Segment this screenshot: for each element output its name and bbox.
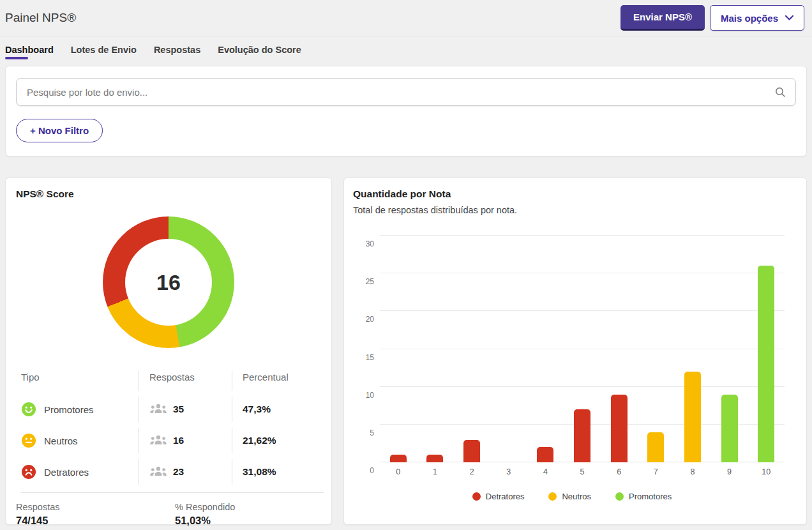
responses-value: 74/145 (16, 515, 175, 527)
x-axis-labels: 012345678910 (380, 467, 785, 476)
header-actions: Enviar NPS® Mais opções (620, 5, 804, 31)
table-row: Promotores 35 47,3% (6, 397, 331, 422)
tab-respostas[interactable]: Respostas (154, 43, 200, 60)
x-tick-text: 2 (470, 467, 474, 476)
table-row: Neutros 16 21,62% (6, 428, 331, 453)
more-options-label: Mais opções (721, 13, 778, 24)
y-axis-tick: 30 (366, 239, 374, 248)
type-label: Detratores (44, 467, 89, 478)
score-distribution-card: Quantidade por Nota Total de respostas d… (343, 178, 807, 525)
x-tick-text: 8 (690, 467, 695, 476)
chart-card-subtitle: Total de respostas distribuídas por nota… (353, 205, 791, 215)
bar-slot-3 (490, 236, 527, 462)
chart-legend: DetratoresNeutrosPromotores (353, 492, 791, 501)
more-options-button[interactable]: Mais opções (710, 5, 804, 31)
x-tick-text: 9 (727, 467, 732, 476)
bar-nota-9 (721, 395, 738, 463)
legend-item-neutros: Neutros (548, 492, 591, 501)
nps-card-footer: Respostas 74/145 % Respondido 51,03% (6, 493, 331, 527)
send-nps-button[interactable]: Enviar NPS® (620, 5, 705, 31)
percent-value: 47,3% (243, 404, 271, 415)
x-axis-label: 7 (637, 467, 674, 476)
type-label: Neutros (44, 435, 78, 446)
bar-slot-4 (527, 236, 564, 462)
tab-label: Lotes de Envio (71, 45, 137, 55)
nps-card-title: NPS® Score (16, 188, 331, 200)
x-axis-label: 1 (417, 467, 454, 476)
search-box[interactable] (16, 78, 796, 106)
x-axis-label: 4 (527, 467, 564, 476)
donut-hole: 16 (125, 239, 212, 326)
type-label: Promotores (44, 404, 94, 415)
filter-card: + Novo Filtro (5, 66, 807, 156)
bars-area (380, 236, 785, 462)
tab-label: Dashboard (5, 45, 54, 55)
nps-score-value: 16 (156, 270, 181, 295)
tab-bar: DashboardLotes de EnvioRespostasEvolução… (0, 36, 812, 60)
legend-label: Promotores (629, 492, 672, 501)
tab-label: Evolução do Score (218, 45, 301, 55)
table-header-row: Tipo Respostas Percentual (6, 371, 331, 391)
percent-value: 31,08% (243, 466, 276, 478)
answered-label: % Respondido (175, 502, 331, 512)
active-tab-underline (5, 57, 28, 59)
dashboard-cards-row: NPS® Score 16 Tipo Respostas Percentual … (5, 178, 807, 525)
people-icon (149, 466, 167, 478)
tab-label: Respostas (154, 45, 200, 55)
legend-item-promotores: Promotores (615, 492, 672, 501)
x-tick-text: 1 (433, 467, 437, 476)
donut-wrap: 16 (6, 216, 331, 348)
search-input[interactable] (16, 78, 796, 106)
page-header: Painel NPS® Enviar NPS® Mais opções (0, 0, 812, 36)
y-axis-tick: 20 (366, 315, 374, 324)
responses-count: 23 (173, 466, 184, 478)
bar-nota-7 (647, 432, 664, 462)
legend-dot (615, 492, 624, 501)
y-axis-tick: 0 (370, 466, 374, 475)
bar-slot-5 (564, 236, 601, 462)
happy-face-icon (21, 402, 36, 417)
header-percentual: Percentual (232, 371, 331, 391)
tab-dashboard[interactable]: Dashboard (5, 43, 54, 60)
legend-label: Neutros (562, 492, 591, 501)
sad-face-icon (21, 464, 36, 480)
bar-slot-0 (380, 236, 417, 462)
bar-slot-8 (674, 236, 711, 462)
bar-nota-0 (390, 455, 407, 462)
header-tipo: Tipo (6, 371, 139, 391)
responses-count: 16 (173, 435, 184, 446)
search-icon[interactable] (774, 86, 786, 100)
legend-dot (548, 492, 557, 501)
bar-slot-10 (748, 236, 785, 462)
new-filter-button[interactable]: + Novo Filtro (16, 119, 103, 142)
legend-item-detratores: Detratores (472, 492, 525, 501)
nps-donut-chart: 16 (103, 216, 234, 348)
x-axis-label: 8 (674, 467, 711, 476)
responses-count: 35 (173, 404, 184, 415)
neutral-face-icon (21, 433, 36, 448)
tab-lotes-de-envio[interactable]: Lotes de Envio (71, 43, 137, 60)
y-axis-tick: 10 (366, 391, 374, 400)
bar-nota-1 (426, 455, 443, 462)
tab-evolucao-do-score[interactable]: Evolução do Score (218, 43, 301, 60)
x-tick-text: 6 (617, 467, 621, 476)
responses-label: Respostas (16, 502, 175, 512)
bar-nota-8 (684, 372, 701, 462)
chevron-down-icon (785, 15, 793, 20)
y-axis-tick: 15 (366, 353, 374, 362)
x-tick-text: 4 (543, 467, 548, 476)
x-tick-text: 0 (396, 467, 400, 476)
responses-summary: Respostas 74/145 (16, 502, 175, 527)
x-axis-label: 5 (564, 467, 601, 476)
bar-nota-5 (574, 409, 590, 462)
bar-nota-2 (463, 440, 480, 463)
x-tick-text: 5 (580, 467, 585, 476)
bar-slot-9 (711, 236, 748, 462)
y-axis-tick: 5 (370, 428, 374, 437)
answered-summary: % Respondido 51,03% (175, 502, 331, 527)
header-respostas: Respostas (139, 371, 232, 391)
people-icon (149, 434, 167, 447)
bar-slot-2 (453, 236, 490, 462)
x-axis-label: 6 (601, 467, 638, 476)
page-title: Painel NPS® (5, 11, 76, 25)
